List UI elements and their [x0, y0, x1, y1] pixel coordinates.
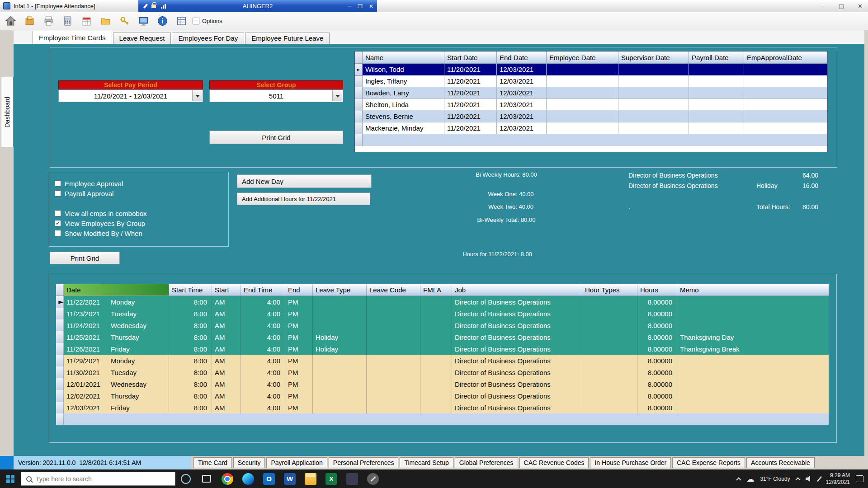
- notes-icon[interactable]: [363, 469, 383, 488]
- row-indicator: [355, 134, 363, 146]
- statusbar-button-payroll-application[interactable]: Payroll Application: [266, 457, 327, 468]
- chrome-icon[interactable]: [217, 469, 238, 488]
- teams-icon[interactable]: [342, 469, 363, 488]
- table-row[interactable]: Mackenzie, Minday11/20/202112/03/2021: [355, 122, 827, 134]
- group-combobox[interactable]: 5011: [209, 89, 343, 102]
- statusbar-button-cac-revenue-codes[interactable]: CAC Revenue Codes: [519, 457, 589, 468]
- print-icon[interactable]: [42, 14, 55, 28]
- window-maximize-button[interactable]: □: [839, 3, 844, 9]
- statusbar-button-in-house-purchase-order[interactable]: In House Purchase Order: [590, 457, 671, 468]
- list-icon[interactable]: [175, 14, 188, 28]
- table-row[interactable]: 11/25/2021Thursday8:00AM4:00PMHolidayDir…: [56, 331, 829, 343]
- hidden-icons-chevron[interactable]: [736, 477, 741, 482]
- taskbar-search[interactable]: [21, 472, 175, 486]
- child-close-button[interactable]: ✕: [369, 3, 373, 9]
- grid-cell: Director of Business Operations: [452, 366, 582, 378]
- table-row[interactable]: Ingles, Tiffany11/20/202112/03/2021: [355, 75, 827, 87]
- sidebar-tab-dashboard[interactable]: Dashboard: [1, 77, 14, 147]
- checkbox-show-modified-by-when[interactable]: [55, 230, 61, 236]
- pay-period-combobox[interactable]: 11/20/2021 - 12/03/2021: [58, 89, 203, 102]
- table-row[interactable]: Stevens, Bernie11/20/202112/03/2021: [355, 111, 827, 122]
- key-icon[interactable]: [118, 14, 131, 28]
- table-row[interactable]: 12/01/2021Wednesday8:00AM4:00PMDirector …: [56, 378, 829, 390]
- statusbar-button-timecard-setup[interactable]: Timecard Setup: [400, 457, 453, 468]
- statusbar-button-security[interactable]: Security: [233, 457, 265, 468]
- open-icon[interactable]: [23, 14, 36, 28]
- edge-icon[interactable]: [238, 469, 259, 488]
- monitor-icon[interactable]: [137, 14, 150, 28]
- job-name: Director of Business Operations: [628, 182, 718, 189]
- explorer-icon[interactable]: [300, 469, 321, 488]
- table-row[interactable]: Bowden, Larry11/20/202112/03/2021: [355, 87, 827, 99]
- grid-cell: AM: [212, 378, 241, 390]
- dropdown-arrow-icon[interactable]: [332, 90, 342, 101]
- folder-icon[interactable]: [99, 14, 112, 28]
- info-icon[interactable]: [156, 14, 169, 28]
- table-row[interactable]: 11/29/2021Monday8:00AM4:00PMDirector of …: [56, 355, 829, 366]
- taskview-icon[interactable]: [196, 469, 217, 488]
- statusbar-button-time-card[interactable]: Time Card: [193, 457, 232, 468]
- tab-employee-time-cards[interactable]: Employee Time Cards: [33, 31, 112, 44]
- excel-icon[interactable]: [321, 469, 342, 488]
- tab-leave-request[interactable]: Leave Request: [113, 33, 171, 44]
- table-row[interactable]: ►11/22/2021Monday8:00AM4:00PMDirector of…: [56, 296, 829, 308]
- add-new-day-button[interactable]: Add New Day: [237, 174, 372, 188]
- print-grid-top-button[interactable]: Print Grid: [209, 131, 343, 144]
- statusbar-button-accounts-receivable[interactable]: Accounts Receivable: [746, 457, 815, 468]
- statusbar-button-personal-preferences[interactable]: Personal Preferences: [329, 457, 399, 468]
- grid-cell: [689, 87, 744, 99]
- grid-cell: 4:00: [241, 355, 285, 366]
- table-row[interactable]: 11/30/2021Tuesday8:00AM4:00PMDirector of…: [56, 366, 829, 378]
- checkbox-view-all-emps-in-combobox[interactable]: [55, 210, 61, 216]
- weather-text[interactable]: 31°F Cloudy: [760, 476, 790, 482]
- grid-cell: [313, 366, 367, 378]
- table-row[interactable]: 11/24/2021Wednesday8:00AM4:00PMDirector …: [56, 319, 829, 331]
- timecard-panel: DateStart TimeStartEnd TimeEndLeave Type…: [49, 274, 837, 443]
- calendar-icon[interactable]: [80, 14, 93, 28]
- volume-icon[interactable]: [806, 476, 813, 482]
- window-minimize-button[interactable]: ─: [821, 3, 825, 9]
- home-icon[interactable]: [4, 14, 17, 28]
- employee-grid-header: NameStart DateEnd DateEmployee DateSuper…: [355, 52, 827, 64]
- checkbox-employee-approval[interactable]: [55, 180, 61, 187]
- window-close-button[interactable]: ✕: [858, 3, 863, 9]
- grid-cell: [677, 390, 829, 402]
- empty-row: [56, 413, 829, 425]
- grid-cell: [689, 99, 744, 110]
- group-value: 5011: [269, 92, 283, 100]
- tab-employees-for-day[interactable]: Employees For Day: [172, 33, 244, 44]
- statusbar-button-cac-expense-reports[interactable]: CAC Expense Reports: [672, 457, 745, 468]
- checkbox-row: Payroll Approval: [55, 188, 228, 198]
- tab-employee-future-leave[interactable]: Employee Future Leave: [245, 33, 330, 44]
- table-row[interactable]: 11/26/2021Friday8:00AM4:00PMHolidayDirec…: [56, 343, 829, 355]
- table-row[interactable]: 11/23/2021Tuesday8:00AM4:00PMDirector of…: [56, 308, 829, 319]
- taskbar-clock[interactable]: 9:29 AM 12/9/2021: [826, 472, 850, 486]
- notification-center-icon[interactable]: [856, 475, 863, 482]
- day-text: Friday: [111, 345, 130, 353]
- start-button[interactable]: [0, 469, 21, 488]
- row-indicator: [355, 122, 363, 134]
- grid-cell: 11/20/2021: [444, 111, 497, 122]
- pen-icon[interactable]: [816, 476, 821, 482]
- table-row[interactable]: ►Wilson, Todd11/20/202112/03/2021: [355, 64, 827, 75]
- calculator-icon[interactable]: [61, 14, 74, 28]
- day-text: Thursday: [111, 392, 139, 400]
- statusbar-button-global-preferences[interactable]: Global Preferences: [455, 457, 518, 468]
- child-restore-button[interactable]: ❒: [358, 3, 363, 9]
- tray-chevron[interactable]: [795, 477, 800, 482]
- word-icon[interactable]: [279, 469, 300, 488]
- table-row[interactable]: 12/02/2021Thursday8:00AM4:00PMDirector o…: [56, 390, 829, 402]
- search-input[interactable]: [36, 475, 162, 483]
- outlook-icon[interactable]: [259, 469, 279, 488]
- checkbox-view-employees-by-group[interactable]: ✓: [55, 220, 61, 226]
- child-minimize-button[interactable]: ─: [348, 3, 351, 9]
- checkbox-payroll-approval[interactable]: [55, 190, 61, 197]
- options-menu[interactable]: Options: [193, 18, 222, 24]
- table-row[interactable]: 12/03/2021Friday8:00AM4:00PMDirector of …: [56, 402, 829, 413]
- print-grid-bottom-button[interactable]: Print Grid: [50, 252, 120, 264]
- cortana-icon[interactable]: [175, 469, 196, 488]
- grid-cell: 8.00000: [637, 319, 677, 331]
- dropdown-arrow-icon[interactable]: [192, 90, 202, 101]
- table-row[interactable]: Shelton, Linda11/20/202112/03/2021: [355, 99, 827, 111]
- add-additional-hours-button[interactable]: Add Additional Hours for 11/22/2021: [237, 192, 370, 205]
